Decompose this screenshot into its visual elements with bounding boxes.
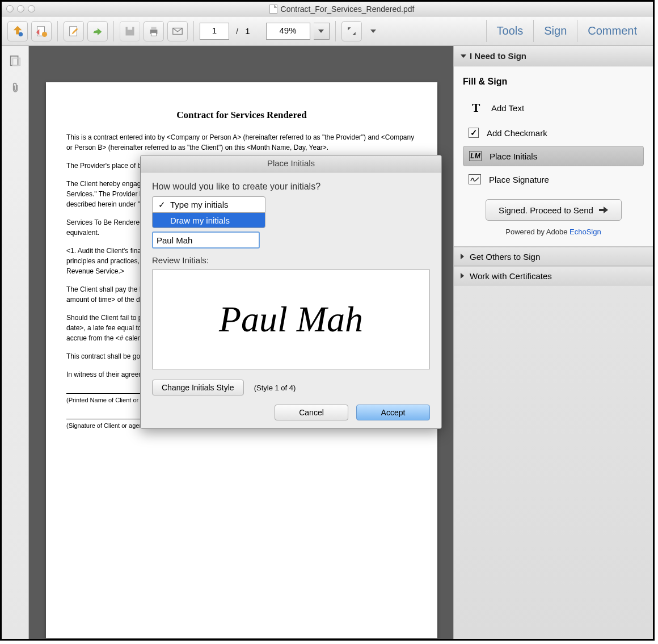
share-button[interactable]: [87, 21, 108, 41]
sign-item-label: Add Checkmark: [487, 128, 547, 138]
window-title: Contract_For_Services_Rendered.pdf: [35, 5, 648, 14]
sign-item-place-initials[interactable]: LM Place Initials: [463, 146, 644, 166]
thumbnails-icon[interactable]: [9, 54, 22, 68]
pdf-file-icon: [269, 5, 277, 14]
preview-text: Paul Mah: [219, 298, 363, 340]
edit-button[interactable]: [64, 21, 84, 41]
dialog-body: How would you like to create your initia…: [141, 172, 441, 428]
chevron-right-icon: [461, 254, 465, 259]
sign-item-label: Place Initials: [490, 151, 537, 161]
powered-text: Powered by Adobe: [505, 228, 570, 236]
powered-by: Powered by Adobe EchoSign: [463, 228, 644, 236]
document-title: Contract for Services Rendered: [66, 110, 417, 121]
svg-rect-5: [151, 27, 156, 30]
page-separator: /: [236, 26, 238, 36]
echosign-link[interactable]: EchoSign: [570, 228, 601, 236]
signature-icon: [469, 174, 481, 184]
left-rail: [2, 46, 29, 639]
style-row: Change Initials Style (Style 1 of 4): [152, 380, 430, 395]
svg-point-0: [19, 32, 23, 36]
toolbar: 1 / 1 49% Tools Sign Comment: [2, 16, 653, 46]
svg-rect-6: [151, 32, 156, 36]
sign-item-place-signature[interactable]: Place Signature: [463, 170, 644, 189]
text-icon: T: [469, 100, 483, 115]
minimize-window-button[interactable]: [17, 5, 24, 12]
save-button[interactable]: [120, 21, 140, 41]
sign-item-label: Add Text: [491, 103, 524, 113]
checkmark-icon: ✓: [469, 128, 479, 138]
window-controls: [6, 5, 35, 12]
svg-rect-8: [10, 56, 18, 66]
chevron-down-icon: [461, 53, 466, 59]
style-counter: (Style 1 of 4): [254, 384, 296, 392]
svg-rect-9: [12, 58, 20, 65]
separator: [113, 21, 114, 41]
initials-method-dropdown[interactable]: ✓ Type my initials ✓ Draw my initials: [152, 196, 265, 228]
accept-button[interactable]: Accept: [356, 405, 430, 420]
svg-point-2: [42, 31, 47, 36]
email-button[interactable]: [167, 21, 188, 41]
change-style-button[interactable]: Change Initials Style: [152, 380, 244, 395]
print-button[interactable]: [144, 21, 164, 41]
separator: [57, 21, 58, 41]
view-dropdown[interactable]: [365, 21, 381, 41]
attachments-icon[interactable]: [9, 81, 22, 95]
panel-label: Get Others to Sign: [470, 252, 540, 262]
place-initials-dialog: Place Initials How would you like to cre…: [140, 155, 442, 429]
initials-icon: LM: [469, 151, 482, 161]
dialog-question: How would you like to create your initia…: [152, 182, 430, 192]
fill-sign-section: Fill & Sign T Add Text ✓ Add Checkmark L…: [454, 66, 653, 247]
dialog-actions: Cancel Accept: [152, 405, 430, 420]
cancel-button[interactable]: Cancel: [275, 405, 348, 420]
tab-comment[interactable]: Comment: [577, 20, 647, 42]
initials-name-input[interactable]: [152, 231, 260, 249]
tab-tools[interactable]: Tools: [486, 20, 534, 42]
page-total: 1: [245, 26, 250, 36]
panel-header-label: I Need to Sign: [470, 51, 526, 61]
separator: [335, 21, 336, 41]
open-button[interactable]: [31, 21, 52, 41]
app-window: Contract_For_Services_Rendered.pdf 1 / 1: [0, 0, 655, 641]
panel-get-others[interactable]: Get Others to Sign: [454, 247, 653, 266]
section-title: Fill & Sign: [463, 77, 644, 87]
sign-panel: I Need to Sign Fill & Sign T Add Text ✓ …: [453, 46, 653, 639]
separator: [193, 21, 194, 41]
sign-item-label: Place Signature: [489, 175, 549, 184]
right-tab-group: Tools Sign Comment: [486, 20, 647, 42]
para: This is a contract entered into by <Comp…: [66, 132, 417, 153]
tab-sign[interactable]: Sign: [533, 20, 577, 42]
review-label: Review Initials:: [152, 255, 430, 265]
close-window-button[interactable]: [6, 5, 14, 12]
create-pdf-button[interactable]: [7, 21, 28, 41]
panel-label: Work with Certificates: [470, 271, 552, 281]
page-number-input[interactable]: 1: [200, 23, 229, 40]
proceed-to-send-button[interactable]: Signed. Proceed to Send: [486, 199, 622, 221]
check-icon: ✓: [158, 200, 166, 210]
initials-preview: Paul Mah: [152, 270, 430, 369]
window-title-text: Contract_For_Services_Rendered.pdf: [281, 5, 415, 14]
dropdown-option-type[interactable]: ✓ Type my initials: [152, 196, 265, 212]
dropdown-option-draw[interactable]: ✓ Draw my initials: [152, 212, 265, 228]
fit-page-button[interactable]: [341, 21, 362, 41]
option-label: Type my initials: [170, 200, 229, 209]
titlebar: Contract_For_Services_Rendered.pdf: [2, 2, 653, 16]
panel-certificates[interactable]: Work with Certificates: [454, 266, 653, 285]
zoom-dropdown-button[interactable]: [314, 23, 330, 40]
option-label: Draw my initials: [170, 216, 230, 225]
panel-header-need-to-sign[interactable]: I Need to Sign: [454, 46, 653, 66]
dialog-title: Place Initials: [141, 155, 441, 172]
chevron-right-icon: [461, 273, 465, 279]
zoom-window-button[interactable]: [28, 5, 35, 12]
arrow-right-icon: [599, 206, 608, 214]
zoom-input[interactable]: 49%: [266, 23, 310, 40]
sign-item-add-text[interactable]: T Add Text: [463, 96, 644, 120]
proceed-label: Signed. Proceed to Send: [499, 205, 593, 215]
sign-item-add-checkmark[interactable]: ✓ Add Checkmark: [463, 123, 644, 142]
